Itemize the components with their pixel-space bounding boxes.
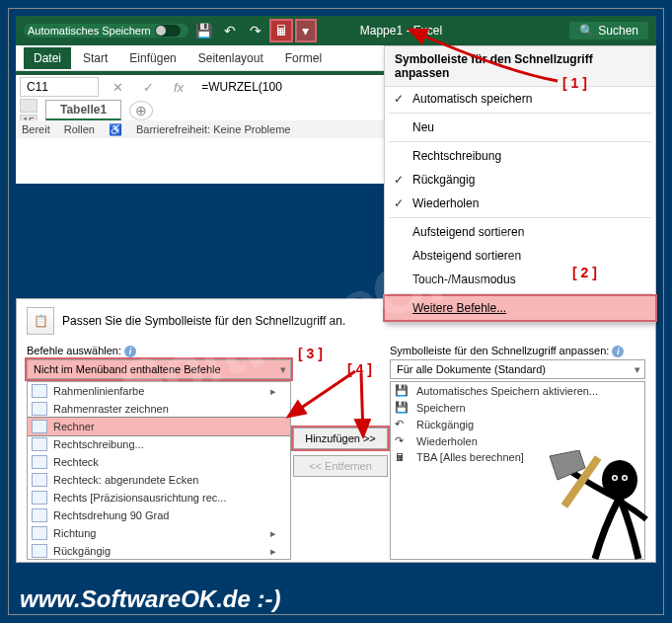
fx-icon[interactable]: fx [168,80,189,95]
list-item[interactable]: Rechts [Präzisionsausrichtung rec... [28,489,290,506]
cartoon-worker-icon [536,450,654,564]
list-item[interactable]: 💾Automatisches Speichern aktivieren... [391,382,644,399]
commands-from-combo[interactable]: Nicht im Menüband enthaltene Befehle [27,359,291,379]
calculator-icon[interactable]: 🖩 [271,21,291,40]
add-button[interactable]: Hinzufügen >> [293,428,388,449]
menu-item[interactable]: Neu [385,116,655,139]
list-item-label: Rückgängig [53,545,111,557]
tab-start[interactable]: Start [73,47,117,69]
command-icon [32,526,47,540]
status-scroll: Rollen [64,123,95,135]
search-icon: 🔍 [579,24,594,38]
list-item[interactable]: Rechteck [28,453,290,471]
command-icon: ↷ [395,434,411,447]
qat-dropdown-icon[interactable]: ▾ [297,21,315,40]
list-item-label: Richtung [53,527,96,539]
search-box[interactable]: 🔍 Suchen [569,22,648,39]
left-column: Befehle auswählen: i Nicht im Menüband e… [27,345,291,560]
menu-item[interactable]: Automatisch speichern [385,87,655,111]
sheet-tab-bar: Tabelle1 ⊕ [45,100,153,120]
footer-url: www.SoftwareOK.de :-) [20,585,280,613]
menu-item[interactable]: Rechtschreibung [385,144,655,168]
svg-point-4 [624,477,627,480]
title-bar: Automatisches Speichern 💾 ↶ ↷ 🖩 ▾ Mappe1… [16,16,656,45]
command-icon: 💾 [395,384,411,397]
command-icon [32,455,47,469]
info-icon[interactable]: i [612,346,624,357]
command-icon [32,420,47,433]
list-item[interactable]: Rückgängig [28,542,290,560]
list-item[interactable]: Richtung [28,524,290,542]
list-item-label: Rechner [53,421,95,432]
tab-file[interactable]: Datei [24,47,71,69]
toggle-pill-icon [155,25,181,37]
list-item-label: Rahmenlinienfarbe [53,385,144,397]
list-item-label: Rahmenraster zeichnen [53,403,169,415]
list-item[interactable]: Rechtschreibung... [28,435,290,453]
dialog-title: Passen Sie die Symbolleiste für den Schn… [62,314,345,328]
accept-icon[interactable]: ✓ [137,80,160,95]
annotation-2: [ 2 ] [572,265,597,280]
list-item-label: Rechteck [53,456,99,468]
command-icon [32,544,47,558]
menu-item[interactable]: Weitere Befehle... [385,296,655,320]
left-label: Befehle auswählen: i [27,345,291,357]
list-item-label: Rechtsdrehung 90 Grad [53,509,169,521]
list-item[interactable]: Rahmenraster zeichnen [28,400,290,418]
target-scope-combo[interactable]: Für alle Dokumente (Standard) [390,359,645,379]
list-item[interactable]: Rechteck: abgerundete Ecken [28,471,290,489]
autosave-label: Automatisches Speichern [28,25,151,37]
svg-point-3 [614,477,617,480]
command-icon [32,491,47,505]
name-box[interactable]: C11 [20,77,99,97]
list-item[interactable]: 💾Speichern [391,399,644,416]
list-item-label: Rechts [Präzisionsausrichtung rec... [53,492,226,504]
command-icon [32,402,47,416]
qat-options-icon: 📋 [27,307,54,335]
list-item-label: Rechtschreibung... [53,438,144,450]
menu-item[interactable]: Wiederholen [385,192,655,215]
list-item[interactable]: ↶Rückgängig [391,416,644,432]
command-icon: 🖩 [395,451,411,463]
row-header-14[interactable] [20,99,37,113]
sheet-tab[interactable]: Tabelle1 [45,100,121,120]
available-commands-list[interactable]: RahmenlinienfarbeRahmenraster zeichnenRe… [27,381,291,560]
undo-icon[interactable]: ↶ [220,21,240,40]
app-title: Mappe1 - Excel [360,24,442,38]
list-item[interactable]: Rechtsdrehung 90 Grad [28,506,290,524]
command-icon: 💾 [395,401,411,414]
menu-item[interactable]: Absteigend sortieren [385,244,655,268]
list-item[interactable]: Rahmenlinienfarbe [28,382,290,400]
autosave-toggle[interactable]: Automatisches Speichern [24,24,188,38]
menu-title: Symbolleiste für den Schnellzugriff anpa… [385,46,655,87]
redo-icon[interactable]: ↷ [246,21,265,40]
right-label-text: Symbolleiste für den Schnellzugriff anpa… [390,345,609,356]
command-icon [32,473,47,487]
menu-item[interactable]: Rückgängig [385,168,655,192]
list-item[interactable]: ↷Wiederholen [391,432,644,449]
menu-separator [389,293,651,294]
save-icon[interactable]: 💾 [194,21,214,40]
qat-customize-menu: Symbolleiste für den Schnellzugriff anpa… [384,45,656,323]
status-ready: Bereit [22,123,50,135]
list-item-label: Wiederholen [416,435,478,447]
list-item[interactable]: Rechner [28,418,290,435]
list-item-label: Automatisches Speichern aktivieren... [416,385,598,397]
tab-insert[interactable]: Einfügen [119,47,186,69]
search-label: Suchen [598,24,638,38]
remove-button[interactable]: << Entfernen [293,455,388,477]
command-icon [32,437,47,451]
annotation-4: [ 4 ] [347,361,372,377]
info-icon[interactable]: i [124,346,136,357]
menu-item[interactable]: Touch-/Mausmodus [385,268,655,291]
tab-pagelayout[interactable]: Seitenlayout [188,47,273,69]
list-item-label: Speichern [416,402,466,414]
add-sheet-button[interactable]: ⊕ [129,101,153,120]
status-a11y: Barrierefreiheit: Keine Probleme [136,123,291,135]
command-icon: ↶ [395,418,411,430]
tab-formulas[interactable]: Formel [275,47,332,69]
cancel-icon[interactable]: ✕ [107,80,129,95]
command-icon [32,508,47,522]
menu-separator [389,113,651,114]
menu-item[interactable]: Aufsteigend sortieren [385,220,655,244]
